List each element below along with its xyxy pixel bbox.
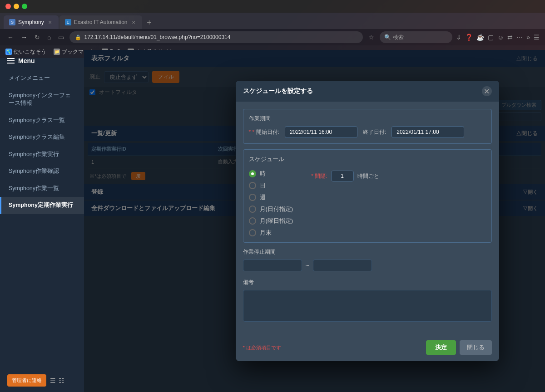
modal-close-btn[interactable]: 閉じる <box>460 340 492 355</box>
radio-label-month-day: 月(曜日指定) <box>260 217 293 225</box>
stop-period-section: 作業停止期間 ~ <box>243 248 492 271</box>
work-period-section: 作業期間 * 開始日付: 終了日付: <box>243 109 492 144</box>
tab-label-symphony: Symphony <box>18 19 44 25</box>
security-icon: 🔒 <box>75 34 81 40</box>
radio-label-month-end: 月末 <box>260 229 272 237</box>
sidebar-item-main-menu[interactable]: メインメニュー <box>0 70 84 87</box>
stop-start-input[interactable] <box>243 260 302 271</box>
url-bar[interactable]: 🔒 172.17.14.11/default/menu/01_browse.ph… <box>69 31 362 43</box>
grid-view-icon[interactable]: ☷ <box>59 377 64 384</box>
interval-input[interactable] <box>331 171 354 181</box>
radio-circle-month-day <box>249 217 256 225</box>
traffic-lights <box>5 4 27 9</box>
app-container: Menu メインメニュー Symphonyインターフェース情報 Symphony… <box>0 50 545 392</box>
tab-favicon-exastro: E <box>65 19 71 25</box>
address-bar: ← → ↻ ⌂ ▭ 🔒 172.17.14.11/default/menu/01… <box>0 29 545 45</box>
overflow-icon[interactable]: » <box>526 34 530 41</box>
radio-circle-week <box>249 194 256 201</box>
radio-item-day[interactable]: 日 <box>249 181 293 190</box>
bookmark-icon-tsukaiko: 🌎 <box>5 49 12 55</box>
close-window-btn[interactable] <box>5 4 11 9</box>
modal-header: スケジュールを設定する ✕ <box>236 81 499 102</box>
modal-title: スケジュールを設定する <box>243 87 313 95</box>
schedule-section-title: スケジュール <box>249 155 486 165</box>
download-icon[interactable]: ⇓ <box>456 34 461 41</box>
admin-contact-btn[interactable]: 管理者に連絡 <box>7 374 46 387</box>
modal-body: 作業期間 * 開始日付: 終了日付: スケジュール <box>236 102 499 336</box>
sidebar-item-work-exec[interactable]: Symphony作業実行 <box>0 146 84 163</box>
tab-label-exastro: Exastro IT Automation <box>74 19 128 25</box>
back-btn[interactable]: ← <box>5 33 15 42</box>
radio-label-hour: 時 <box>260 170 266 178</box>
memo-label: 備考 <box>243 279 492 286</box>
maximize-window-btn[interactable] <box>22 4 27 9</box>
tab-close-symphony[interactable]: ✕ <box>47 19 53 25</box>
radio-label-day: 日 <box>260 181 266 190</box>
radio-circle-hour <box>249 170 256 177</box>
split-view-btn[interactable]: ▭ <box>56 33 66 42</box>
radio-item-month-day[interactable]: 月(曜日指定) <box>249 217 293 225</box>
end-date-input[interactable] <box>391 126 464 138</box>
view-icons: ☰ ☷ <box>50 377 64 384</box>
modal-footer: * は必須項目です 決定 閉じる <box>236 336 499 361</box>
stop-period-label: 作業停止期間 <box>243 248 492 256</box>
sidebar-item-class-edit[interactable]: Symphonyクラス編集 <box>0 129 84 146</box>
sync-icon[interactable]: ⇄ <box>507 34 513 41</box>
sidebar-item-interface[interactable]: Symphonyインターフェース情報 <box>0 87 84 112</box>
search-icon: 🔍 <box>384 34 391 40</box>
toolbar-icons: ⇓ ❓ ☕ ▢ ☺ ⇄ ⋯ » ☰ <box>456 34 540 41</box>
sidebar-item-work-confirm[interactable]: Symphony作業確認 <box>0 163 84 180</box>
radio-item-month-end[interactable]: 月末 <box>249 229 293 237</box>
menu-icon[interactable]: ☰ <box>534 34 540 41</box>
reload-btn[interactable]: ↻ <box>33 33 42 42</box>
interval-section: * 間隔: 時間ごと <box>311 171 379 181</box>
radio-circle-month-date <box>249 206 256 213</box>
minimize-window-btn[interactable] <box>14 4 19 9</box>
tab-close-exastro[interactable]: ✕ <box>130 19 137 25</box>
stop-tilde: ~ <box>306 262 309 269</box>
new-tab-btn[interactable]: + <box>143 16 156 29</box>
radio-item-month-date[interactable]: 月(日付指定) <box>249 205 293 213</box>
interval-unit: 時間ごと <box>357 172 379 180</box>
end-date-label: 終了日付: <box>363 128 386 136</box>
search-bar[interactable]: 🔍 検索 <box>380 31 452 43</box>
forward-btn[interactable]: → <box>19 33 29 42</box>
schedule-grid: 時 日 週 月(日付指 <box>249 170 486 237</box>
work-period-label: 作業期間 <box>249 115 486 122</box>
radio-item-week[interactable]: 週 <box>249 193 293 201</box>
modal-header-close-btn[interactable]: ✕ <box>482 86 492 96</box>
tab-exastro[interactable]: E Exastro IT Automation ✕ <box>59 15 142 29</box>
sidebar-item-work-list[interactable]: Symphony作業一覧 <box>0 180 84 197</box>
list-view-icon[interactable]: ☰ <box>50 377 56 384</box>
radio-circle-month-end <box>249 229 256 236</box>
sidebar-item-periodic-exec[interactable]: Symphony定期作業実行 <box>0 197 84 214</box>
hamburger-icon[interactable] <box>7 58 15 64</box>
radio-item-hour[interactable]: 時 <box>249 170 293 178</box>
confirm-btn[interactable]: 決定 <box>426 340 456 355</box>
sidebar-item-class-list[interactable]: Symphonyクラス一覧 <box>0 112 84 129</box>
date-row: * 開始日付: 終了日付: <box>249 126 486 138</box>
profile-icon[interactable]: ☺ <box>497 34 504 41</box>
bookmark-tsukaiko[interactable]: 🌎 使いこなそう <box>5 48 46 56</box>
start-date-input[interactable] <box>285 126 357 138</box>
memo-textarea[interactable] <box>243 290 492 322</box>
sidebar: Menu メインメニュー Symphonyインターフェース情報 Symphony… <box>0 50 84 392</box>
extensions-icon[interactable]: ▢ <box>488 34 494 41</box>
shield-icon[interactable]: ☕ <box>476 34 484 41</box>
more-btn[interactable]: ⋯ <box>516 34 523 41</box>
radio-label-week: 週 <box>260 193 266 201</box>
memo-section: 備考 <box>243 279 492 323</box>
tabs-bar: S Symphony ✕ E Exastro IT Automation ✕ + <box>0 13 545 29</box>
radio-circle-day <box>249 182 256 189</box>
start-date-label: * 開始日付: <box>249 128 279 136</box>
radio-label-month-date: 月(日付指定) <box>260 205 293 213</box>
bookmark-star-icon[interactable]: ☆ <box>367 33 376 42</box>
home-btn[interactable]: ⌂ <box>45 33 53 42</box>
schedule-section: スケジュール 時 日 <box>243 149 492 243</box>
tab-symphony[interactable]: S Symphony ✕ <box>4 15 59 29</box>
browser-chrome: S Symphony ✕ E Exastro IT Automation ✕ +… <box>0 0 545 50</box>
help-icon[interactable]: ❓ <box>465 34 473 41</box>
stop-end-input[interactable] <box>313 260 372 271</box>
required-note-modal: * は必須項目です <box>243 344 281 351</box>
search-placeholder: 検索 <box>393 34 404 41</box>
